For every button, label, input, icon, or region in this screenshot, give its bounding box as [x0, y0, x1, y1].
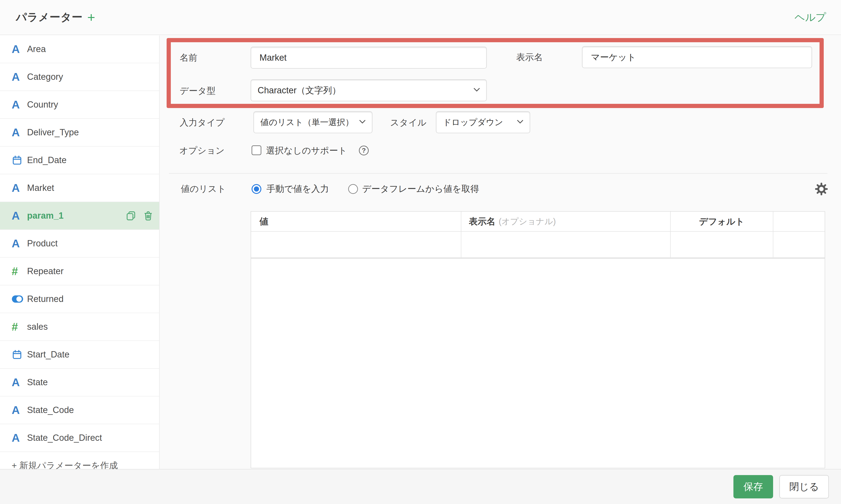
display-name-cell[interactable]: [461, 232, 670, 257]
actions-column-header: [773, 212, 825, 231]
logical-type-icon: [12, 295, 27, 303]
from-dataframe-radio-label: データフレームから値を取得: [362, 183, 479, 194]
radio-dot: [254, 186, 259, 192]
duplicate-parameter-button[interactable]: [126, 211, 136, 221]
value-cell[interactable]: [251, 232, 461, 257]
style-value: ドロップダウン: [443, 117, 503, 128]
chevron-down-icon: [474, 88, 480, 93]
data-type-value: Character（文字列）: [257, 85, 341, 96]
sidebar-item-returned[interactable]: Returned: [0, 285, 159, 313]
parameter-list-sidebar: A Area A Category A Country A Deliver_Ty…: [0, 35, 160, 469]
no-selection-checkbox[interactable]: [252, 145, 261, 155]
sidebar-item-label: Returned: [27, 294, 64, 304]
character-type-icon: A: [12, 432, 27, 444]
name-label: 名前: [180, 52, 197, 63]
sidebar-item-state-code-direct[interactable]: A State_Code_Direct: [0, 424, 159, 452]
sidebar-item-country[interactable]: A Country: [0, 91, 159, 119]
sidebar-item-deliver-type[interactable]: A Deliver_Type: [0, 119, 159, 146]
from-dataframe-radio[interactable]: [348, 184, 358, 194]
character-type-icon: A: [12, 99, 27, 110]
sidebar-item-label: State_Code_Direct: [27, 433, 102, 443]
name-input[interactable]: [251, 47, 487, 69]
help-question-icon[interactable]: ?: [359, 146, 369, 156]
options-label: オプション: [179, 145, 225, 156]
close-button[interactable]: 閉じる: [780, 475, 829, 499]
character-type-icon: A: [12, 43, 27, 55]
sidebar-item-area[interactable]: A Area: [0, 35, 159, 63]
style-select[interactable]: ドロップダウン: [436, 111, 530, 133]
character-type-icon: A: [12, 238, 27, 249]
sidebar-item-label: Country: [27, 100, 58, 110]
add-parameter-button[interactable]: +: [86, 10, 96, 24]
sidebar-item-state-code[interactable]: A State_Code: [0, 396, 159, 424]
empty-value-row[interactable]: [251, 232, 825, 259]
no-selection-label: 選択なしのサポート: [266, 145, 347, 156]
manual-input-radio-label: 手動で値を入力: [267, 183, 329, 194]
sidebar-item-sales[interactable]: # sales: [0, 313, 159, 341]
create-new-parameter-item[interactable]: + 新規パラメーターを作成: [0, 452, 159, 469]
value-list-label: 値のリスト: [181, 183, 226, 194]
sidebar-item-label: param_1: [27, 211, 64, 221]
default-column-header: デフォルト: [670, 212, 773, 231]
delete-parameter-button[interactable]: [143, 211, 154, 221]
sidebar-item-label: Area: [27, 44, 46, 54]
input-type-select[interactable]: 値のリスト（単一選択）: [253, 111, 372, 133]
character-type-icon: A: [12, 210, 27, 221]
sidebar-item-product[interactable]: A Product: [0, 230, 159, 257]
input-type-value: 値のリスト（単一選択）: [261, 117, 354, 128]
row-actions: [126, 211, 154, 221]
sidebar-item-label: State_Code: [27, 405, 74, 415]
section-divider: [169, 173, 827, 174]
values-table: 値 表示名 (オプショナル) デフォルト: [251, 211, 825, 468]
sidebar-item-label: Category: [27, 72, 63, 82]
character-type-icon: A: [12, 71, 27, 83]
gear-icon: [815, 183, 828, 195]
data-type-select[interactable]: Character（文字列）: [251, 79, 487, 101]
sidebar-item-label: End_Date: [27, 155, 67, 165]
value-column-header: 値: [251, 212, 461, 231]
manual-input-radio[interactable]: [252, 184, 261, 194]
numeric-type-icon: #: [12, 266, 27, 277]
sidebar-item-market[interactable]: A Market: [0, 174, 159, 202]
bottom-action-bar: [0, 469, 841, 504]
top-bar: パラメーター + ヘルプ: [0, 0, 841, 35]
save-button[interactable]: 保存: [733, 475, 773, 499]
calendar-icon: [12, 155, 27, 166]
sidebar-item-end-date[interactable]: End_Date: [0, 146, 159, 174]
numeric-type-icon: #: [12, 321, 27, 332]
data-type-label: データ型: [180, 85, 216, 96]
help-link[interactable]: ヘルプ: [794, 11, 826, 24]
sidebar-item-category[interactable]: A Category: [0, 63, 159, 91]
page-title: パラメーター: [16, 10, 83, 24]
character-type-icon: A: [12, 404, 27, 416]
display-name-label: 表示名: [516, 52, 543, 62]
character-type-icon: A: [12, 377, 27, 388]
sidebar-item-param-1-selected[interactable]: A param_1: [0, 202, 159, 230]
input-type-label: 入力タイプ: [180, 117, 225, 128]
display-name-input[interactable]: [582, 46, 812, 68]
sidebar-item-label: Start_Date: [27, 349, 70, 360]
display-name-column-header: 表示名 (オプショナル): [461, 212, 670, 231]
default-cell[interactable]: [670, 232, 773, 257]
sidebar-item-state[interactable]: A State: [0, 369, 159, 396]
chevron-down-icon: [517, 120, 523, 125]
sidebar-item-label: Repeater: [27, 266, 64, 276]
sidebar-item-label: Product: [27, 238, 58, 249]
values-table-header: 値 表示名 (オプショナル) デフォルト: [251, 212, 825, 232]
optional-note: (オプショナル): [499, 216, 556, 227]
parameter-editor-window: パラメーター + ヘルプ A Area A Category A Country…: [0, 0, 841, 504]
sidebar-item-label: State: [27, 377, 48, 387]
sidebar-item-start-date[interactable]: Start_Date: [0, 341, 159, 369]
create-new-parameter-label: + 新規パラメーターを作成: [12, 460, 118, 469]
sidebar-item-repeater[interactable]: # Repeater: [0, 257, 159, 285]
actions-cell: [773, 232, 825, 257]
style-label: スタイル: [390, 117, 427, 128]
values-table-body: [251, 259, 825, 468]
calendar-icon: [12, 349, 27, 360]
character-type-icon: A: [12, 182, 27, 194]
chevron-down-icon: [359, 120, 365, 125]
sidebar-item-label: Market: [27, 183, 54, 193]
sidebar-item-label: Deliver_Type: [27, 127, 79, 138]
character-type-icon: A: [12, 127, 27, 138]
value-list-settings-button[interactable]: [815, 182, 828, 196]
